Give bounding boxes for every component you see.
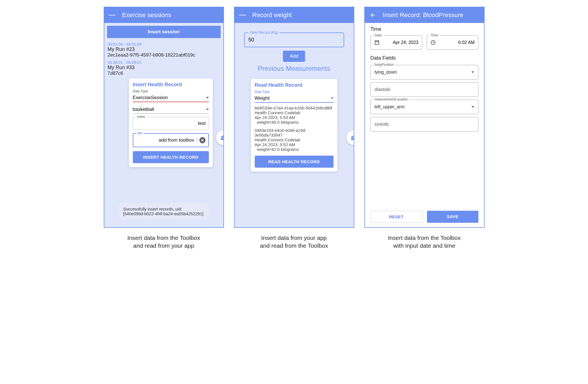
body-position-value: lying_down <box>375 70 397 75</box>
title-field[interactable]: title add from toolbox ✕ <box>133 133 209 147</box>
time-section-label: Time <box>365 23 484 33</box>
snackbar-line1: Successfully insert records, uid: <box>123 207 204 211</box>
caption: Insert data from your app and read from … <box>260 234 328 250</box>
datatype-label: Data Type <box>133 89 209 93</box>
insert-session-button[interactable]: Insert session <box>107 26 221 38</box>
chevron-down-icon <box>471 106 474 108</box>
title-label: title <box>136 131 144 135</box>
notes-label: notes <box>136 115 146 119</box>
snackbar: Successfully insert records, uid: [540e0… <box>118 203 209 220</box>
time-label: Time <box>430 33 439 37</box>
diastolic-field[interactable]: diastolic <box>370 82 478 97</box>
appbar: Insert Record: BloodPressure <box>365 7 484 23</box>
datatype-value: Weight <box>255 95 270 101</box>
new-record-field[interactable]: New Record (Kg) 50 <box>244 32 344 47</box>
add-button[interactable]: Add <box>283 51 305 62</box>
body-position-select[interactable]: bodyPosition lying_down <box>370 65 478 79</box>
session-name: My Run #23 <box>108 46 220 52</box>
chevron-down-icon <box>206 97 209 99</box>
save-button[interactable]: SAVE <box>427 211 478 223</box>
title-value: add from toolbox <box>159 137 194 143</box>
session-uid: 2ec1eaa2-97f5-4597-b908-18221abf019c <box>108 52 220 58</box>
new-record-value: 50 <box>249 37 254 43</box>
record-list: bd4f193e-e7a4-41aa-b1bb-50441b8cd8bf Hea… <box>255 106 334 152</box>
chevron-down-icon <box>471 71 474 73</box>
record-item: 0483e193-e4c6-4cb8-a19d-3e95da733947 Hea… <box>255 128 334 152</box>
clear-icon[interactable]: ✕ <box>199 137 206 143</box>
read-health-record-button[interactable]: READ HEALTH RECORD <box>255 156 334 168</box>
chevron-down-icon <box>206 109 209 110</box>
menu-icon[interactable] <box>239 12 246 18</box>
insert-record-popover: Insert Health Record Data Type ExerciseS… <box>129 78 213 167</box>
time-value: 6:02 AM <box>439 40 475 45</box>
menu-icon[interactable] <box>109 12 115 18</box>
popover-title: Insert Health Record <box>133 82 209 88</box>
new-record-label: New Record (Kg) <box>249 30 280 34</box>
datatype-label: Data Type <box>255 90 334 94</box>
datatype-value: ExerciseSession <box>133 95 168 100</box>
session-item[interactable]: 04:01:09 - 04:31:09 My Run #23 2ec1eaa2-… <box>104 41 223 59</box>
measurement-location-label: measurementLocation <box>374 97 409 101</box>
back-icon[interactable] <box>369 12 376 18</box>
insert-health-record-button[interactable]: INSERT HEALTH RECORD <box>133 151 209 163</box>
notes-field[interactable]: notes test <box>133 117 209 130</box>
reset-button[interactable]: RESET <box>370 211 422 223</box>
appbar-title: Record weight <box>252 11 292 19</box>
session-item[interactable]: 04:39:01 - 05:09:01 My Run #33 7d87c6 <box>104 59 223 77</box>
time-picker[interactable]: Time 6:02 AM <box>427 36 478 50</box>
measurement-location-value: left_upper_arm <box>375 104 405 109</box>
systolic-field[interactable]: systolic <box>370 117 478 132</box>
session-time: 04:39:01 - 05:09:01 <box>108 60 220 65</box>
phone-screen-bloodpressure: Insert Record: BloodPressure Time Date A… <box>364 7 485 228</box>
record-item: bd4f193e-e7a4-41aa-b1bb-50441b8cd8bf Hea… <box>255 106 334 125</box>
session-time: 04:01:09 - 04:31:09 <box>108 42 220 46</box>
systolic-label: systolic <box>375 122 389 127</box>
diastolic-label: diastolic <box>375 87 391 92</box>
appbar: Record weight <box>235 7 354 23</box>
notes-value: test <box>198 121 206 126</box>
exercise-type-select[interactable]: basketball <box>133 105 209 114</box>
popover-title: Read Health Record <box>255 82 334 88</box>
caption: Insert data from the Toolbox and read fr… <box>127 234 200 250</box>
clock-icon <box>430 40 436 45</box>
date-value: Apr 24, 2023 <box>383 40 419 45</box>
toolbox-fab[interactable] <box>346 130 354 145</box>
session-uid: 7d87c6 <box>108 71 220 76</box>
datatype-select[interactable]: ExerciseSession <box>133 93 209 102</box>
chevron-down-icon <box>331 97 334 99</box>
datafields-section-label: Data Fields <box>365 52 484 62</box>
appbar-title: Insert Record: BloodPressure <box>383 11 464 19</box>
exercise-value: basketball <box>133 107 154 112</box>
phone-screen-exercise: Exercise sessions Insert session 04:01:0… <box>104 7 224 228</box>
date-label: Date <box>374 33 383 37</box>
appbar-title: Exercise sessions <box>122 11 171 19</box>
phone-screen-weight: Record weight New Record (Kg) 50 Add Pre… <box>234 7 354 228</box>
previous-measurements-title: Previous Measurements <box>235 65 354 72</box>
session-name: My Run #33 <box>108 65 220 71</box>
measurement-location-select[interactable]: measurementLocation left_upper_arm <box>370 100 478 114</box>
caption: Insert data from the Toolbox with input … <box>388 234 461 250</box>
datatype-select[interactable]: Weight <box>255 94 334 103</box>
read-record-popover: Read Health Record Data Type Weight bd4f… <box>251 79 337 172</box>
calendar-icon <box>374 40 380 45</box>
snackbar-line2: [540e099d-b022-4f4f-ba24-ea55b4252291] <box>123 211 204 216</box>
date-picker[interactable]: Date Apr 24, 2023 <box>370 36 422 50</box>
appbar: Exercise sessions <box>104 7 223 23</box>
toolbox-fab[interactable] <box>216 130 224 145</box>
body-position-label: bodyPosition <box>374 63 395 67</box>
